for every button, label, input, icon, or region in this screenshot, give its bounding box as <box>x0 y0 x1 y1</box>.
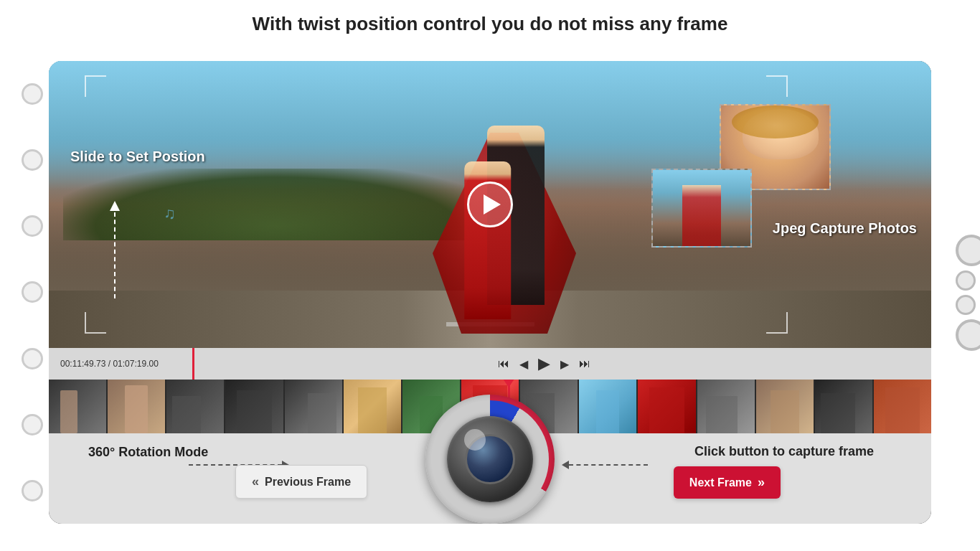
arrow-left-icon <box>562 461 569 469</box>
frame-thumb[interactable] <box>697 380 755 433</box>
previous-frame-label: Previous Frame <box>265 476 351 489</box>
frame-thumb[interactable] <box>579 380 636 433</box>
step-forward-icon: ▶ <box>560 357 569 371</box>
time-separator: / <box>105 359 113 369</box>
frame-thumb[interactable] <box>874 380 931 433</box>
play-pause-button[interactable]: ▶ <box>538 354 550 373</box>
frame-thumb[interactable] <box>225 380 283 433</box>
bottom-panel: 360° Rotation Mode Click button to captu… <box>49 433 931 524</box>
controls-bar: 00:11:49.73 / 01:07:19.00 ⏮ ◀ ▶ ▶ ⏭ <box>49 348 931 380</box>
playback-controls: ⏮ ◀ ▶ ▶ ⏭ <box>168 354 920 373</box>
trees-left <box>63 169 490 240</box>
dial-ring <box>431 400 549 518</box>
page-title: With twist position control you do not m… <box>0 0 980 44</box>
dial-outer[interactable] <box>425 395 555 524</box>
device-frame: ♪ ♫ Slide to Set Postion <box>49 61 931 524</box>
frame-thumb[interactable] <box>638 380 695 433</box>
step-forward-button[interactable]: ▶ <box>560 357 569 371</box>
step-back-button[interactable]: ◀ <box>519 357 528 371</box>
dial-lens <box>465 434 515 484</box>
time-total: 01:07:19.00 <box>113 359 158 369</box>
skip-to-end-button[interactable]: ⏭ <box>579 357 590 370</box>
arrow-dial-to-annotation <box>562 461 648 469</box>
film-holes-left <box>14 61 50 524</box>
playhead-triangle <box>503 380 514 387</box>
dashed-line-vertical <box>114 212 116 298</box>
vertical-arrow <box>110 201 120 298</box>
dial-inner <box>447 416 533 502</box>
step-back-icon: ◀ <box>519 357 528 371</box>
frame-thumb[interactable] <box>344 380 401 433</box>
skip-to-start-icon: ⏮ <box>498 357 509 370</box>
frame-thumb[interactable] <box>756 380 814 433</box>
gear-circles <box>956 235 980 351</box>
controls-playhead <box>192 348 194 380</box>
film-hole <box>22 149 43 171</box>
skip-to-end-icon: ⏭ <box>579 357 590 370</box>
gear-circle-large <box>956 319 980 351</box>
frame-thumb[interactable] <box>815 380 872 433</box>
film-hole <box>22 215 43 237</box>
video-area: ♪ ♫ Slide to Set Postion <box>49 61 931 348</box>
gear-circle-large <box>956 235 980 266</box>
previous-frame-button[interactable]: « Previous Frame <box>235 465 367 499</box>
gear-circle <box>956 270 976 291</box>
next-frame-button[interactable]: Next Frame » <box>674 466 781 499</box>
frame-thumb[interactable] <box>166 380 224 433</box>
dial-container[interactable] <box>425 395 555 524</box>
prev-chevrons-icon: « <box>252 474 259 489</box>
play-icon <box>484 194 501 215</box>
slide-annotation: Slide to Set Postion <box>70 147 205 166</box>
skip-to-start-button[interactable]: ⏮ <box>498 357 509 370</box>
film-holes-right <box>930 61 966 524</box>
time-current: 00:11:49.73 <box>60 359 105 369</box>
frame-thumb[interactable] <box>108 380 165 433</box>
film-hole <box>22 480 43 501</box>
rotation-annotation: 360° Rotation Mode <box>88 444 208 461</box>
frame-thumb[interactable] <box>285 380 342 433</box>
lens-highlight <box>464 429 486 451</box>
play-button[interactable] <box>467 182 513 227</box>
thumbnail-couple <box>653 170 750 246</box>
thumbnail-small <box>651 169 752 248</box>
next-chevrons-icon: » <box>758 475 765 490</box>
arrow-up-icon <box>110 201 120 211</box>
frame-thumb[interactable] <box>49 380 106 433</box>
next-frame-label: Next Frame <box>689 476 752 489</box>
click-button-annotation: Click button to capture frame <box>694 444 874 459</box>
dashed-line-click <box>569 464 648 466</box>
play-pause-icon: ▶ <box>538 354 550 373</box>
jpeg-annotation: Jpeg Capture Photos <box>773 219 917 237</box>
time-display: 00:11:49.73 / 01:07:19.00 <box>60 359 161 369</box>
film-hole <box>22 281 43 303</box>
film-hole <box>22 83 43 105</box>
film-hole <box>22 348 43 369</box>
gear-circle <box>956 295 976 315</box>
film-hole <box>22 414 43 435</box>
